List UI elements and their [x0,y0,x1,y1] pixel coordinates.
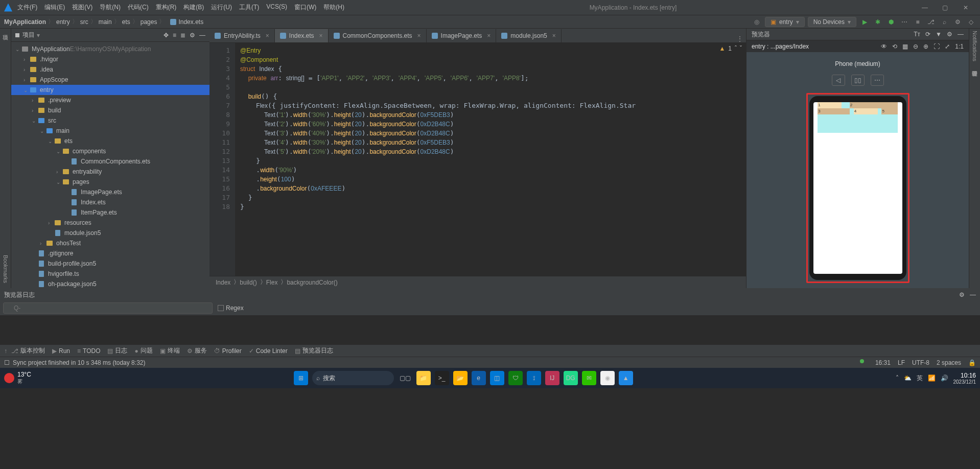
tree-arrow-icon[interactable]: ⌄ [40,128,46,134]
menu-item[interactable]: 运行(U) [211,3,232,12]
breadcrumb[interactable]: MyApplication [4,18,46,26]
tab-overflow-icon[interactable]: ⋮ [737,35,746,42]
tree-row[interactable]: ⌄entry [11,85,209,95]
filter-icon[interactable]: ▼ [936,31,942,38]
tree-arrow-icon[interactable]: ⌄ [32,118,38,124]
tree-arrow-icon[interactable]: › [40,241,46,246]
eye-icon[interactable]: 👁 [881,43,887,50]
avatar-icon[interactable]: ◇ [966,17,976,27]
deveco-icon[interactable]: ▲ [619,371,633,385]
menu-item[interactable]: 工具(T) [239,3,259,12]
debug-button[interactable]: ✱ [873,17,883,27]
tree-arrow-icon[interactable]: › [24,57,30,62]
project-tree[interactable]: ⌄MyApplication E:\HarmonyOS\MyApplicatio… [11,42,209,288]
sync-icon[interactable]: ◎ [752,17,762,27]
fit-icon[interactable]: ⛶ [934,43,940,50]
status-lineending[interactable]: LF [898,359,905,366]
taskbar-weather[interactable]: 13°C 雾 [4,371,31,385]
tool-window-tab[interactable]: ≡TODO [77,347,100,355]
wechat-icon[interactable]: ✉ [582,371,596,385]
wifi-icon[interactable]: 📶 [928,374,936,382]
status-encoding[interactable]: UTF-8 [912,359,929,366]
tool-window-tab[interactable]: ⚙服务 [187,346,207,355]
menu-item[interactable]: 编辑(E) [44,3,65,12]
more-button[interactable]: ⋯ [871,75,884,86]
tree-arrow-icon[interactable]: › [48,220,54,226]
tree-row[interactable]: ⌄src [11,115,209,126]
sidebar-tab-bookmarks[interactable]: Bookmarks [3,255,9,283]
editor-tab[interactable]: EntryAbility.ts× [209,29,275,42]
breadcrumb[interactable]: pages [141,18,157,26]
lang-icon[interactable]: 英 [917,374,923,383]
explorer-icon[interactable]: 📁 [416,371,431,385]
idea-icon[interactable]: IJ [545,371,559,385]
tree-row[interactable]: ⌄MyApplication E:\HarmonyOS\MyApplicatio… [11,44,209,54]
menu-item[interactable]: 帮助(H) [323,3,344,12]
edge-icon[interactable]: e [472,371,486,385]
close-button[interactable]: ✕ [955,4,976,11]
minimize-button[interactable]: — [915,4,935,11]
tree-arrow-icon[interactable]: ⌄ [48,138,54,144]
inspection-strip[interactable]: ▲ 1 ˆ ˇ [719,45,742,52]
tree-arrow-icon[interactable]: ⌄ [24,87,30,93]
tree-arrow-icon[interactable]: › [32,98,38,103]
close-icon[interactable]: × [266,32,269,39]
datagrip-icon[interactable]: DG [564,371,578,385]
tool-window-tab[interactable]: ⏱Profiler [214,347,242,355]
breadcrumb[interactable]: ets [122,18,130,26]
chevron-down-icon[interactable]: ˇ [740,45,742,52]
start-button[interactable]: ⊞ [294,371,308,385]
store-icon[interactable]: ◫ [490,371,504,385]
tree-arrow-icon[interactable]: ⌄ [56,179,62,185]
tree-row[interactable]: build-profile.json5 [11,259,209,269]
menu-item[interactable]: VCS(S) [266,3,287,12]
stop-button[interactable]: ■ [913,17,923,27]
tree-row[interactable]: ›build [11,105,209,115]
tool-window-tab[interactable]: ✓Code Linter [249,347,288,355]
rotate-icon[interactable]: ⟲ [892,43,897,50]
taskview-icon[interactable]: ▢▢ [398,371,412,385]
font-icon[interactable]: Tт [914,31,920,38]
coverage-button[interactable]: ⬢ [886,17,896,27]
tray-icon[interactable]: ⛅ [904,374,912,382]
tree-row[interactable]: hvigorfile.ts [11,269,209,279]
editor-breadcrumb[interactable]: Index [216,279,230,286]
tool-window-tab[interactable]: ▤日志 [107,346,127,355]
folder-icon[interactable]: 📂 [453,371,468,385]
taskbar-tray[interactable]: ˄ ⛅ 英 📶 🔊 10:16 2023/12/1 [896,372,976,385]
chevron-up-icon[interactable]: ˄ [896,374,899,382]
tool-window-tab[interactable]: ▤预览器日志 [295,346,333,355]
run-button[interactable]: ▶ [859,17,870,27]
tree-row[interactable]: ›resources [11,218,209,228]
tree-row[interactable]: ⌄components [11,146,209,156]
tree-row[interactable]: module.json5 [11,228,209,238]
menu-item[interactable]: 视图(V) [72,3,92,12]
hide-icon[interactable]: — [199,32,205,39]
log-output[interactable] [0,315,980,344]
tree-row[interactable]: .gitignore [11,248,209,259]
tree-row[interactable]: ⌄pages [11,177,209,187]
maximize-button[interactable]: ▢ [935,4,955,11]
tree-arrow-icon[interactable]: › [32,108,38,113]
menu-item[interactable]: 重构(R) [156,3,177,12]
regex-checkbox[interactable]: Regex [218,304,244,312]
device-selector[interactable]: No Devices ▾ [808,17,856,27]
vscode-icon[interactable]: ⟟ [527,371,541,385]
expand-icon[interactable]: ⤢ [945,43,950,50]
tree-row[interactable]: ›AppScope [11,75,209,85]
status-indent[interactable]: 2 spaces [937,359,961,366]
tool-window-tab[interactable]: ▶Run [52,347,70,355]
tree-row[interactable]: ›.idea [11,64,209,75]
tool-window-tab[interactable]: ⎇版本控制 [11,346,45,355]
module-selector[interactable]: ▣ entry ▾ [765,17,805,27]
tree-row[interactable]: ⌄main [11,126,209,136]
git-icon[interactable]: ⎇ [926,17,936,27]
collapse-icon[interactable]: ≣ [180,32,185,39]
zoom-out-icon[interactable]: ⊖ [913,43,918,50]
chevron-up-icon[interactable]: ˆ [735,45,737,52]
close-icon[interactable]: × [487,32,491,39]
tree-arrow-icon[interactable]: › [56,169,62,175]
taskbar-search[interactable]: ⌕ 搜索 [312,371,394,385]
prev-device-button[interactable]: ◁ [832,75,845,86]
hide-icon[interactable]: — [970,291,976,298]
